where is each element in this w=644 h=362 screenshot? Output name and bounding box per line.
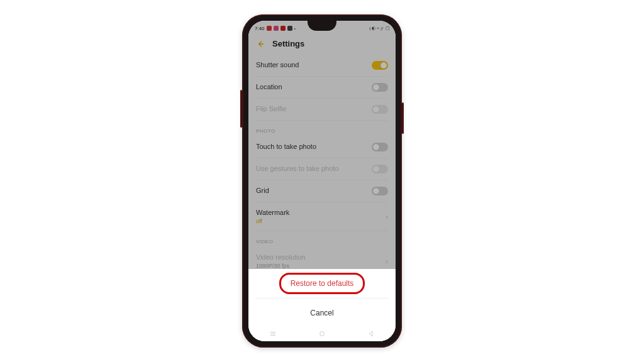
nav-home-icon[interactable] <box>318 329 326 338</box>
phone-screen: 7:40 • ᚼ ◐ ⌔ ⫽ ▢ <box>248 21 396 341</box>
nav-back-icon[interactable] <box>367 329 375 338</box>
restore-defaults-button[interactable]: Restore to defaults <box>248 269 396 298</box>
display-notch <box>308 21 336 31</box>
nav-recent-icon[interactable] <box>269 329 277 338</box>
android-nav-bar <box>248 329 396 339</box>
phone-frame: 7:40 • ᚼ ◐ ⌔ ⫽ ▢ <box>242 14 402 348</box>
svg-rect-0 <box>320 332 324 336</box>
cancel-button[interactable]: Cancel <box>248 299 396 327</box>
